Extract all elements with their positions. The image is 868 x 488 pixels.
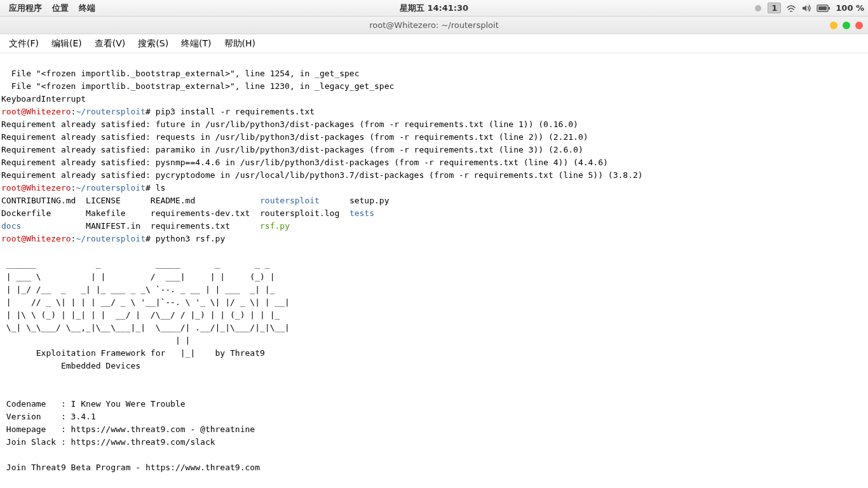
ascii-banner: ______ _ _____ _ _ _ <box>1 259 270 269</box>
output-line: Requirement already satisfied: pycryptod… <box>1 170 643 180</box>
help-menu[interactable]: 帮助(H) <box>218 34 262 53</box>
view-menu[interactable]: 查看(V) <box>88 34 132 53</box>
output-line: Version : 3.4.1 <box>1 412 96 421</box>
ls-entry: MANIFEST.in requirements.txt <box>21 221 260 231</box>
prompt-path: ~/routersploit <box>76 183 146 193</box>
battery-icon[interactable] <box>817 4 831 12</box>
terminal-submenu[interactable]: 终端(T) <box>175 34 217 53</box>
ascii-banner: Embedded Devices <box>1 361 140 370</box>
ascii-banner: | | <box>1 336 190 345</box>
close-button[interactable] <box>855 22 863 29</box>
edit-menu[interactable]: 编辑(E) <box>45 34 88 53</box>
window-title: root@Whitezero: ~/routersploit <box>369 20 498 30</box>
workspace-indicator[interactable]: 1 <box>768 3 781 13</box>
record-icon[interactable] <box>754 4 763 13</box>
wifi-icon[interactable] <box>786 4 796 13</box>
ls-directory: routersploit <box>260 196 320 205</box>
prompt-user: root@Whitezero <box>1 234 71 243</box>
ascii-banner: Exploitation Framework for |_| by Threat… <box>1 348 265 358</box>
output-line: Requirement already satisfied: future in… <box>1 119 578 129</box>
ls-executable: rsf.py <box>260 221 290 231</box>
applications-menu[interactable]: 应用程序 <box>4 0 47 17</box>
ascii-banner: | ___ \ | | / ___| | | (_) | <box>1 272 275 281</box>
search-menu[interactable]: 搜索(S) <box>132 34 175 53</box>
prompt-path: ~/routersploit <box>76 107 146 116</box>
ls-entry: CONTRIBUTING.md LICENSE README.md <box>1 196 260 205</box>
prompt-path: ~/routersploit <box>76 234 146 243</box>
output-line: File "<frozen importlib._bootstrap_exter… <box>1 69 360 78</box>
terminal-menubar: 文件(F) 编辑(E) 查看(V) 搜索(S) 终端(T) 帮助(H) <box>0 34 868 53</box>
battery-percent: 100 % <box>836 3 864 13</box>
svg-point-2 <box>755 5 761 11</box>
command-text: # ls <box>146 183 165 193</box>
prompt-user: root@Whitezero <box>1 107 71 116</box>
ascii-banner: | |\ \ (_) | |_| | | __/ | /\__/ / |_) |… <box>1 310 280 320</box>
ls-directory: docs <box>1 221 21 231</box>
volume-icon[interactable] <box>801 4 811 13</box>
output-line: Requirement already satisfied: requests … <box>1 132 588 142</box>
ls-entry: Dockerfile Makefile requirements-dev.txt… <box>1 208 349 218</box>
output-line: Join Threat9 Beta Program - https://www.… <box>1 463 260 472</box>
system-top-bar: 应用程序 位置 终端 星期五 14:41:30 1 100 % <box>0 0 868 17</box>
output-line: KeyboardInterrupt <box>1 94 86 104</box>
ls-directory: tests <box>349 208 374 218</box>
places-menu[interactable]: 位置 <box>47 0 74 17</box>
ascii-banner: | // _ \| | | | __/ _ \ '__|`--. \ '_ \|… <box>1 297 290 307</box>
ascii-banner: | |_/ /__ _ _| |_ ___ _ _\ `--. _ __ | |… <box>1 285 275 294</box>
ls-entry: setup.py <box>320 196 390 205</box>
output-line: File "<frozen importlib._bootstrap_exter… <box>1 81 394 91</box>
command-text: # pip3 install -r requirements.txt <box>146 107 315 116</box>
output-line: Requirement already satisfied: paramiko … <box>1 145 583 154</box>
window-titlebar: root@Whitezero: ~/routersploit <box>0 17 868 34</box>
ascii-banner: \_| \_\___/ \__,_|\__\___|_| \____/| .__… <box>1 323 290 332</box>
maximize-button[interactable] <box>843 22 850 29</box>
output-line: Codename : I Knew You Were Trouble <box>1 399 186 409</box>
svg-rect-5 <box>829 7 830 10</box>
output-line: Requirement already satisfied: pysnmp==4… <box>1 158 608 167</box>
file-menu[interactable]: 文件(F) <box>3 34 45 53</box>
clock-label[interactable]: 星期五 14:41:30 <box>400 3 468 14</box>
prompt-user: root@Whitezero <box>1 183 71 193</box>
terminal-menu[interactable]: 终端 <box>74 0 100 17</box>
minimize-button[interactable] <box>830 22 837 29</box>
output-line: Homepage : https://www.threat9.com - @th… <box>1 424 255 434</box>
terminal-output[interactable]: File "<frozen importlib._bootstrap_exter… <box>0 53 868 488</box>
command-text: # python3 rsf.py <box>146 234 225 243</box>
svg-rect-4 <box>818 6 827 10</box>
output-line: Join Slack : https://www.threat9.com/sla… <box>1 437 215 447</box>
